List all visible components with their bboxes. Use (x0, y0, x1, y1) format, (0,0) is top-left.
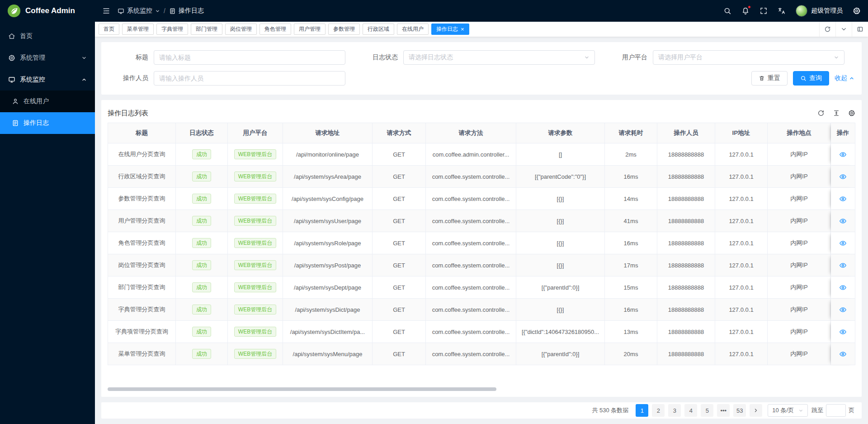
cell-location: 内网IP (768, 232, 831, 254)
jump-page-input[interactable] (826, 404, 846, 417)
view-detail-button[interactable] (839, 262, 847, 269)
gear-icon[interactable] (848, 110, 855, 117)
page-tab[interactable]: 在线用户 (397, 24, 429, 35)
page-tabs: 首页 菜单管理 字典管理 部门管理 (95, 22, 819, 37)
page-tab[interactable]: 用户管理 (294, 24, 326, 35)
status-badge: 成功 (192, 260, 211, 270)
view-detail-button[interactable] (839, 284, 847, 291)
cell-request-method: GET (373, 254, 426, 276)
horizontal-scrollbar[interactable] (108, 387, 855, 391)
bell-icon[interactable] (741, 7, 750, 15)
page-button[interactable]: 3 (668, 404, 681, 417)
cell-request-params: [{}] (516, 254, 605, 276)
cell-platform: WEB管理后台 (228, 166, 283, 188)
table-row: 角色管理分页查询 成功 WEB管理后台 /api/system/sysRole/… (108, 232, 855, 254)
eye-icon (839, 195, 847, 203)
page-tab[interactable]: 部门管理 (191, 24, 222, 35)
fullscreen-icon[interactable] (760, 7, 768, 15)
table-row: 岗位管理分页查询 成功 WEB管理后台 /api/system/sysPost/… (108, 254, 855, 276)
page-tab[interactable]: 操作日志 × (431, 24, 469, 35)
cell-platform: WEB管理后台 (228, 232, 283, 254)
app-title: Coffee Admin (25, 6, 75, 15)
page-button[interactable]: 1 (636, 404, 648, 417)
scrollbar-thumb[interactable] (108, 387, 496, 391)
search-button[interactable]: 查询 (793, 71, 829, 86)
view-detail-button[interactable] (839, 151, 847, 158)
breadcrumb-label: 操作日志 (179, 7, 204, 15)
page-tab[interactable]: 参数管理 (328, 24, 360, 35)
breadcrumb: 系统监控 / 操作日志 (118, 7, 204, 15)
operator-input[interactable] (154, 71, 345, 86)
page-button[interactable]: ••• (717, 404, 730, 417)
sidebar-item-home[interactable]: 首页 (0, 25, 95, 47)
page-button[interactable]: 4 (684, 404, 697, 417)
translate-icon[interactable] (778, 7, 786, 15)
layout-panel-icon[interactable] (852, 22, 868, 37)
sidebar-item-operation-log[interactable]: 操作日志 (0, 112, 95, 134)
search-icon (800, 75, 807, 81)
cell-duration: 14ms (605, 188, 657, 210)
platform-select[interactable]: 请选择用户平台 (653, 50, 844, 65)
operator-filter-label: 操作人员 (108, 74, 148, 82)
search-icon[interactable] (723, 7, 731, 15)
view-detail-button[interactable] (839, 239, 847, 247)
platform-badge: WEB管理后台 (234, 194, 276, 204)
view-detail-button[interactable] (839, 328, 847, 336)
refresh-icon[interactable] (819, 22, 835, 37)
page-tab[interactable]: 岗位管理 (225, 24, 257, 35)
eye-icon (839, 151, 847, 158)
view-detail-button[interactable] (839, 306, 847, 314)
page-size-select[interactable]: 10 条/页 (768, 404, 808, 417)
page-tab[interactable]: 行政区域 (363, 24, 394, 35)
platform-badge: WEB管理后台 (234, 349, 276, 359)
eye-icon (839, 173, 847, 181)
refresh-icon[interactable] (817, 110, 825, 117)
row-height-icon[interactable] (833, 110, 840, 117)
view-detail-button[interactable] (839, 350, 847, 358)
chevron-down-icon[interactable] (835, 22, 852, 37)
platform-badge: WEB管理后台 (234, 216, 276, 226)
cell-platform: WEB管理后台 (228, 210, 283, 232)
view-detail-button[interactable] (839, 195, 847, 203)
sidebar-item-system-management[interactable]: 系统管理 (0, 47, 95, 69)
table-toolbar (817, 110, 855, 117)
sidebar-item-label: 系统管理 (20, 54, 45, 62)
sidebar-item-system-monitor[interactable]: 系统监控 (0, 69, 95, 91)
page-tab[interactable]: 字典管理 (156, 24, 188, 35)
close-icon[interactable]: × (461, 26, 464, 32)
cell-request-url: /api/system/sysUser/page (283, 210, 373, 232)
breadcrumb-label: 系统监控 (127, 7, 152, 15)
status-select[interactable]: 请选择日志状态 (403, 50, 595, 65)
page-tab[interactable]: 菜单管理 (122, 24, 154, 35)
cell-status: 成功 (176, 321, 228, 343)
user-menu[interactable]: 超级管理员 (796, 5, 843, 17)
cell-ip: 127.0.0.1 (715, 276, 768, 299)
view-detail-button[interactable] (839, 217, 847, 225)
cell-request-params: [{}] (516, 299, 605, 321)
chevron-down-icon (81, 55, 87, 61)
page-tab[interactable]: 角色管理 (259, 24, 291, 35)
title-input[interactable] (154, 50, 345, 65)
cell-request-method: GET (373, 343, 426, 365)
view-detail-button[interactable] (839, 173, 847, 181)
reset-button[interactable]: 重置 (751, 71, 788, 86)
pagination: 共 530 条数据 1 2 3 4 5 ••• 53 (101, 402, 862, 419)
cell-request-url: /api/system/sysDict/page (283, 299, 373, 321)
cell-request-params: [{"dictId":140647326180950... (516, 321, 605, 343)
next-page-button[interactable] (750, 404, 762, 417)
cell-ip: 127.0.0.1 (715, 210, 768, 232)
page-button[interactable]: 53 (733, 404, 746, 417)
page-button[interactable]: 5 (701, 404, 713, 417)
breadcrumb-item-monitor[interactable]: 系统监控 (118, 7, 160, 15)
page-button[interactable]: 2 (652, 404, 665, 417)
collapse-filters-link[interactable]: 收起 (835, 74, 854, 82)
gear-icon[interactable] (853, 7, 861, 15)
platform-badge: WEB管理后台 (234, 327, 276, 337)
chevron-down-icon (834, 55, 839, 60)
sidebar-item-online-users[interactable]: 在线用户 (0, 91, 95, 112)
cell-title: 部门管理分页查询 (108, 276, 176, 299)
tab-label: 行政区域 (368, 25, 389, 33)
menu-fold-icon[interactable] (102, 7, 110, 15)
cell-actions (831, 276, 855, 299)
page-tab[interactable]: 首页 (99, 24, 119, 35)
